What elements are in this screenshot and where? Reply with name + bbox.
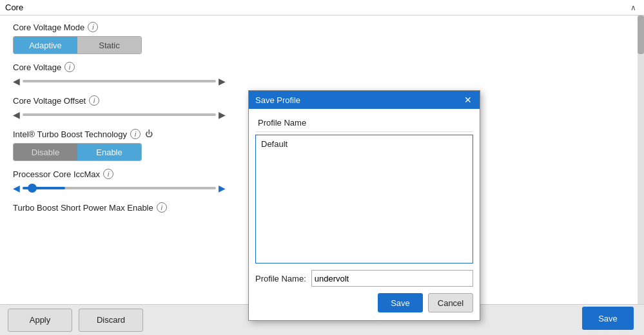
- dialog-profile-name-header: Profile Name: [255, 114, 473, 132]
- page-title: Core: [5, 3, 23, 12]
- adaptive-button[interactable]: Adaptive: [14, 37, 77, 53]
- core-voltage-offset-right-arrow[interactable]: ▶: [219, 110, 226, 120]
- save-profile-dialog: Save Profile ✕ Profile Name Default Prof…: [248, 90, 480, 321]
- dialog-title-bar: Save Profile ✕: [249, 91, 480, 109]
- processor-core-iccmax-info-icon[interactable]: i: [103, 169, 113, 179]
- processor-core-iccmax-slider[interactable]: [23, 187, 216, 189]
- dialog-input-row: Profile Name:: [255, 270, 473, 287]
- core-voltage-offset-slider[interactable]: [23, 113, 216, 116]
- discard-button[interactable]: Discard: [79, 309, 143, 332]
- intel-turbo-boost-info-icon[interactable]: i: [130, 129, 141, 139]
- core-voltage-slider[interactable]: [23, 80, 216, 82]
- core-voltage-offset-left-arrow[interactable]: ◀: [13, 110, 20, 120]
- dialog-input-label: Profile Name:: [255, 274, 306, 283]
- dialog-save-button[interactable]: Save: [378, 293, 423, 312]
- collapse-button[interactable]: ∧: [628, 3, 639, 12]
- disable-button[interactable]: Disable: [14, 144, 77, 160]
- power-icon[interactable]: ⏻: [144, 129, 154, 139]
- core-voltage-left-arrow[interactable]: ◀: [13, 76, 20, 86]
- apply-button[interactable]: Apply: [8, 309, 72, 332]
- core-voltage-mode-label: Core Voltage Mode i: [13, 22, 631, 32]
- turbo-boost-toggle: Disable Enable: [13, 143, 142, 161]
- core-voltage-offset-info-icon[interactable]: i: [89, 95, 99, 106]
- turbo-boost-short-power-info-icon[interactable]: i: [157, 202, 167, 213]
- main-save-button[interactable]: Save: [582, 307, 634, 330]
- processor-core-iccmax-left-arrow[interactable]: ◀: [13, 183, 20, 193]
- dialog-close-button[interactable]: ✕: [463, 95, 473, 105]
- dialog-cancel-button[interactable]: Cancel: [428, 293, 473, 312]
- profile-name-input[interactable]: [311, 270, 473, 287]
- enable-button[interactable]: Enable: [77, 144, 141, 160]
- title-bar: Core ∧: [0, 0, 644, 15]
- core-voltage-mode-toggle: Adaptive Static: [13, 36, 142, 54]
- processor-core-iccmax-right-arrow[interactable]: ▶: [219, 183, 226, 193]
- list-item[interactable]: Default: [259, 138, 470, 150]
- dialog-buttons: Save Cancel: [255, 293, 473, 312]
- core-voltage-slider-row: ◀ ▶: [13, 76, 631, 86]
- core-voltage-right-arrow[interactable]: ▶: [219, 76, 226, 86]
- dialog-body: Profile Name Default Profile Name: Save …: [249, 109, 480, 320]
- dialog-list-area[interactable]: Default: [255, 135, 473, 263]
- core-voltage-label: Core Voltage i: [13, 62, 631, 72]
- dialog-title: Save Profile: [255, 95, 300, 105]
- static-button[interactable]: Static: [77, 37, 141, 53]
- core-voltage-info-icon[interactable]: i: [64, 62, 75, 72]
- core-voltage-mode-info-icon[interactable]: i: [88, 22, 98, 32]
